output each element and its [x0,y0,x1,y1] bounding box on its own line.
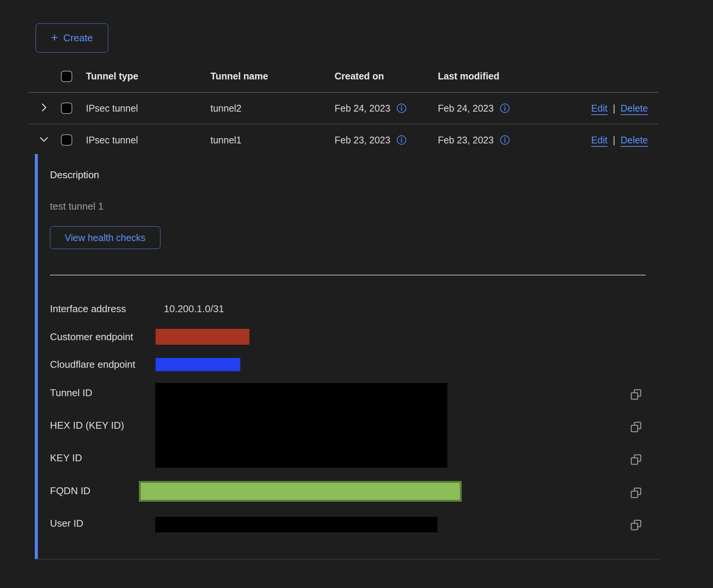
info-icon[interactable] [396,103,407,114]
info-icon[interactable] [396,135,407,145]
plus-icon: + [51,31,58,44]
field-label-key-id: KEY ID [50,452,82,464]
column-header-tunnel-type: Tunnel type [86,71,210,82]
description-label: Description [50,169,99,181]
row-checkbox[interactable] [61,103,72,114]
collapse-chevron-down-icon[interactable] [39,134,49,144]
created-on-cell: Feb 23, 2023 [335,135,390,146]
tunnel-type-cell: IPsec tunnel [86,135,210,146]
column-header-tunnel-name: Tunnel name [210,71,335,82]
cloudflare-endpoint-redacted-value [156,358,240,371]
expand-chevron-right-icon[interactable] [39,103,49,112]
tunnel-type-cell: IPsec tunnel [86,103,210,114]
last-modified-cell: Feb 23, 2023 [438,135,493,146]
customer-endpoint-redacted-value [156,329,249,345]
table-row: IPsec tunnel tunnel1 Feb 23, 2023 Feb 23… [28,124,659,156]
copy-user-id-icon[interactable] [630,519,643,532]
fqdn-id-redacted-value [139,481,462,502]
info-icon[interactable] [500,135,510,145]
action-separator: | [613,135,615,146]
interface-address-value: 10.200.1.0/31 [164,303,224,315]
field-label-cloudflare-endpoint: Cloudflare endpoint [50,359,135,370]
edit-link[interactable]: Edit [591,103,607,114]
create-button[interactable]: + Create [36,23,108,53]
copy-hex-id-icon[interactable] [630,421,643,434]
panel-bottom-divider [35,559,660,560]
edit-link[interactable]: Edit [591,135,607,146]
tunnel-name-cell: tunnel2 [210,103,335,114]
delete-link[interactable]: Delete [621,135,648,146]
field-label-customer-endpoint: Customer endpoint [50,331,133,343]
select-all-checkbox[interactable] [61,71,72,82]
create-button-label: Create [63,32,93,44]
expanded-panel-accent-bar [35,154,38,559]
row-checkbox[interactable] [61,134,72,146]
table-header-row: Tunnel type Tunnel name Created on Last … [28,61,659,93]
panel-divider [50,275,646,275]
view-health-checks-button[interactable]: View health checks [50,226,160,249]
delete-link[interactable]: Delete [621,103,648,114]
copy-tunnel-id-icon[interactable] [630,388,643,401]
tunnels-table: Tunnel type Tunnel name Created on Last … [28,61,659,156]
table-row: IPsec tunnel tunnel2 Feb 24, 2023 Feb 24… [28,93,659,124]
field-label-interface-address: Interface address [50,303,126,315]
tunnel-id-redacted-value [155,383,447,468]
info-icon[interactable] [500,103,510,114]
tunnels-page: + Create Tunnel type Tunnel name Created… [0,0,713,588]
column-header-created-on: Created on [335,71,438,82]
field-label-fqdn-id: FQDN ID [50,485,90,497]
user-id-redacted-value [155,517,437,532]
action-separator: | [613,103,615,114]
last-modified-cell: Feb 24, 2023 [438,103,493,114]
field-label-tunnel-id: Tunnel ID [50,387,92,399]
created-on-cell: Feb 24, 2023 [335,103,390,114]
tunnel-name-cell: tunnel1 [210,135,335,146]
copy-key-id-icon[interactable] [630,453,643,466]
description-value: test tunnel 1 [50,201,104,212]
copy-fqdn-id-icon[interactable] [630,487,643,499]
column-header-last-modified: Last modified [438,71,539,82]
field-label-user-id: User ID [50,518,83,529]
field-label-hex-id: HEX ID (KEY ID) [50,420,124,431]
